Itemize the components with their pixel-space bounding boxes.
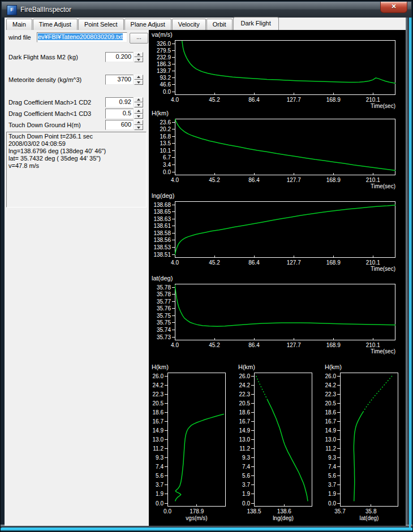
svg-text:18.6: 18.6 bbox=[325, 409, 337, 416]
svg-text:7.4: 7.4 bbox=[156, 464, 164, 470]
spin-down-button[interactable] bbox=[134, 102, 143, 107]
svg-text:46.6: 46.6 bbox=[160, 81, 171, 88]
field-spinner-4 bbox=[134, 120, 143, 130]
svg-text:138.6: 138.6 bbox=[277, 508, 291, 514]
svg-text:7.4: 7.4 bbox=[242, 464, 250, 470]
spin-up-button[interactable] bbox=[134, 52, 143, 57]
svg-text:20.5: 20.5 bbox=[153, 400, 164, 406]
tab-time-adjust[interactable]: Time Adjust bbox=[33, 19, 78, 30]
wind-file-label: wind file bbox=[8, 34, 31, 41]
field-input-3[interactable]: 0.5 bbox=[105, 109, 134, 119]
spin-up-button[interactable] bbox=[134, 109, 143, 114]
field-input-0[interactable]: 0.200 bbox=[105, 52, 134, 62]
svg-text:45.2: 45.2 bbox=[209, 259, 220, 266]
svg-text:0.0: 0.0 bbox=[163, 169, 171, 175]
svg-text:127.7: 127.7 bbox=[287, 97, 301, 103]
chart-xlabel: lat(deg) bbox=[360, 515, 379, 521]
chart-title: va(m/s) bbox=[152, 31, 173, 38]
accent-line-right bbox=[409, 18, 411, 528]
svg-text:16.7: 16.7 bbox=[153, 418, 164, 425]
svg-text:139.7: 139.7 bbox=[157, 68, 171, 74]
svg-text:9.3: 9.3 bbox=[156, 455, 164, 461]
svg-text:35.7: 35.7 bbox=[334, 508, 346, 514]
svg-text:86.4: 86.4 bbox=[248, 259, 260, 266]
field-input-4[interactable]: 600 bbox=[105, 120, 134, 130]
svg-text:45.2: 45.2 bbox=[209, 177, 220, 183]
client-area: wind file ev¥FBI¥Tateno2008030209.txt ..… bbox=[5, 30, 406, 526]
chart-title: H(km) bbox=[325, 364, 342, 370]
svg-text:4.0: 4.0 bbox=[171, 342, 179, 348]
down-arrow-icon bbox=[137, 104, 140, 106]
spin-down-button[interactable] bbox=[134, 125, 143, 130]
svg-text:23.6: 23.6 bbox=[160, 119, 171, 126]
field-spinner-0 bbox=[134, 52, 143, 62]
tab-plane-adjust[interactable]: Plane Adjust bbox=[124, 19, 171, 30]
tab-orbit[interactable]: Orbit bbox=[206, 19, 233, 30]
svg-text:22.3: 22.3 bbox=[153, 391, 164, 397]
chart-title: H(km) bbox=[238, 364, 255, 370]
field-label-4: Touch Down Ground H(m) bbox=[8, 122, 81, 128]
svg-text:138.63: 138.63 bbox=[153, 216, 171, 222]
tab-velocity[interactable]: Velocity bbox=[172, 19, 206, 30]
svg-text:127.7: 127.7 bbox=[287, 259, 301, 266]
svg-text:5.6: 5.6 bbox=[156, 473, 164, 479]
svg-text:186.3: 186.3 bbox=[157, 61, 171, 67]
down-arrow-icon bbox=[137, 127, 140, 129]
chart-title: H(km) bbox=[152, 364, 169, 370]
svg-text:7.4: 7.4 bbox=[328, 464, 336, 470]
output-line-2: lng=138.6796 deg (138deg 40' 46") bbox=[8, 148, 144, 155]
svg-text:3.7: 3.7 bbox=[242, 482, 250, 488]
svg-text:16.8: 16.8 bbox=[160, 133, 171, 140]
svg-text:168.9: 168.9 bbox=[326, 97, 341, 103]
svg-text:138.61: 138.61 bbox=[153, 223, 171, 229]
svg-text:138.68: 138.68 bbox=[153, 202, 171, 208]
spin-up-button[interactable] bbox=[134, 97, 143, 102]
spin-down-button[interactable] bbox=[134, 57, 143, 62]
svg-text:5.6: 5.6 bbox=[328, 473, 336, 479]
chart-xlabel: lng(deg) bbox=[273, 515, 294, 521]
field-label-2: Drag Coefficient Mach>1 CD2 bbox=[8, 99, 91, 106]
svg-text:138.58: 138.58 bbox=[153, 230, 171, 236]
svg-text:45.2: 45.2 bbox=[209, 97, 220, 103]
tab-point-select[interactable]: Point Select bbox=[78, 19, 124, 30]
field-input-1[interactable]: 3700 bbox=[105, 75, 134, 85]
chart-panel: va(m/s)326.0279.5232.9186.3139.793.246.6… bbox=[149, 30, 406, 526]
field-spinner-3 bbox=[134, 109, 143, 119]
output-line-4: v=47.8 m/s bbox=[8, 162, 144, 170]
spin-down-button[interactable] bbox=[134, 80, 143, 85]
series-line bbox=[175, 285, 397, 327]
browse-button[interactable]: ... bbox=[130, 33, 148, 44]
up-arrow-icon bbox=[137, 110, 140, 112]
svg-text:3.4: 3.4 bbox=[163, 162, 171, 168]
svg-text:35.78: 35.78 bbox=[157, 291, 171, 297]
svg-text:232.9: 232.9 bbox=[157, 54, 171, 60]
tab-main[interactable]: Main bbox=[6, 19, 32, 30]
close-button[interactable]: ✕ bbox=[380, 2, 407, 13]
svg-text:18.6: 18.6 bbox=[153, 409, 164, 416]
svg-text:14.9: 14.9 bbox=[325, 427, 337, 434]
window-title: FireBallInspector bbox=[20, 6, 71, 14]
chart-va-time: va(m/s)326.0279.5232.9186.3139.793.246.6… bbox=[152, 31, 397, 109]
output-line-3: lat= 35.7432 deg ( 35deg 44' 35") bbox=[8, 155, 144, 162]
field-input-2[interactable]: 0.92 bbox=[105, 97, 134, 107]
spin-up-button[interactable] bbox=[134, 120, 143, 125]
svg-text:26.0: 26.0 bbox=[325, 373, 337, 379]
svg-text:26.0: 26.0 bbox=[239, 373, 251, 379]
svg-text:0.0: 0.0 bbox=[163, 89, 171, 95]
svg-text:9.3: 9.3 bbox=[328, 455, 336, 461]
svg-text:6.7: 6.7 bbox=[163, 154, 171, 161]
svg-text:138.5: 138.5 bbox=[247, 508, 261, 514]
svg-text:0.0: 0.0 bbox=[164, 508, 171, 514]
series-line bbox=[256, 376, 267, 399]
wind-file-input[interactable]: ev¥FBI¥Tateno2008030209.txt bbox=[37, 32, 127, 42]
tab-bar: MainTime AdjustPoint SelectPlane AdjustV… bbox=[5, 18, 406, 30]
spin-up-button[interactable] bbox=[134, 75, 143, 80]
svg-text:86.4: 86.4 bbox=[248, 97, 260, 103]
window-border-right bbox=[405, 18, 412, 528]
chart-title: lat(deg) bbox=[152, 275, 173, 282]
titlebar[interactable]: F FireBallInspector ✕ bbox=[2, 2, 411, 18]
output-line-1: 2008/03/02 04:08:59 bbox=[8, 140, 144, 148]
down-arrow-icon bbox=[137, 81, 140, 84]
spin-down-button[interactable] bbox=[134, 114, 143, 119]
tab-dark-flight[interactable]: Dark Flight bbox=[233, 17, 279, 30]
